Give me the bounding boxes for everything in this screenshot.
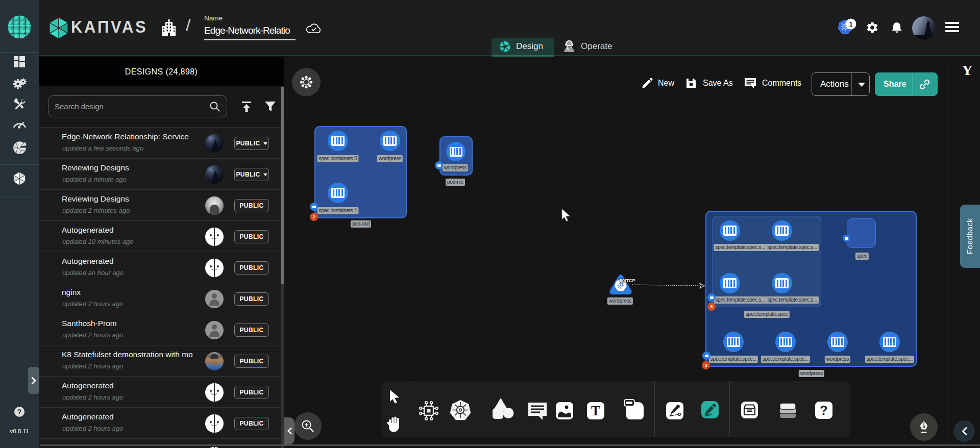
- svg-text:1: 1: [849, 20, 852, 28]
